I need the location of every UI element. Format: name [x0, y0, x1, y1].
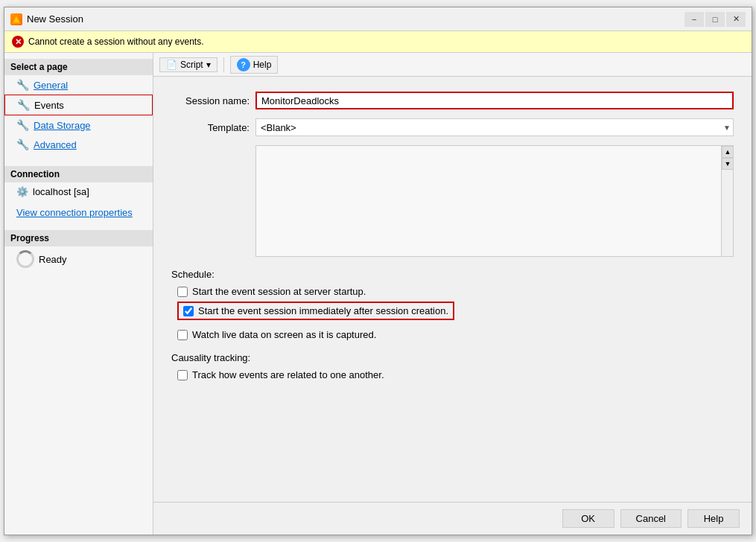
causality-title: Causality tracking:: [171, 352, 734, 363]
sidebar-item-advanced[interactable]: 🔧 Advanced: [4, 135, 153, 154]
scroll-up-btn[interactable]: ▲: [722, 146, 734, 158]
checkbox-immediate-start-label: Start the event session immediately afte…: [198, 305, 448, 316]
progress-title: Progress: [4, 230, 153, 246]
connection-title: Connection: [4, 166, 153, 182]
new-session-window: New Session − □ ✕ ✕ Cannot create a sess…: [4, 7, 752, 535]
checkbox-row-3: Watch live data on screen as it is captu…: [171, 329, 734, 340]
session-name-row: Session name:: [171, 92, 734, 109]
footer: OK Cancel Help: [153, 502, 752, 535]
title-bar-left: New Session: [10, 13, 83, 25]
script-dropdown-arrow: ▾: [206, 60, 211, 70]
main-content: Select a page 🔧 General 🔧 Events 🔧 Data …: [4, 53, 752, 535]
sidebar-item-data-storage-label: Data Storage: [34, 120, 91, 131]
sidebar-item-general[interactable]: 🔧 General: [4, 75, 153, 95]
sidebar: Select a page 🔧 General 🔧 Events 🔧 Data …: [4, 53, 153, 535]
schedule-section: Schedule: Start the event session at ser…: [171, 269, 734, 340]
sidebar-item-events[interactable]: 🔧 Events: [4, 95, 153, 115]
connection-section: Connection ⚙️ localhost [sa]: [4, 166, 153, 201]
script-label: Script: [180, 60, 203, 70]
app-icon: [10, 13, 22, 25]
error-icon: ✕: [12, 36, 24, 48]
view-connection-anchor[interactable]: View connection properties: [16, 207, 133, 218]
causality-section: Causality tracking: Track how events are…: [171, 352, 734, 380]
script-icon: 📄: [166, 60, 177, 70]
footer-help-button[interactable]: Help: [687, 509, 740, 528]
form-area: Session name: Template: <Blank> ▼: [153, 77, 752, 502]
template-select[interactable]: <Blank>: [255, 118, 734, 136]
connection-item: ⚙️ localhost [sa]: [4, 182, 153, 201]
events-scrollbar[interactable]: ▲ ▼: [721, 146, 733, 256]
toolbar-separator: [223, 57, 224, 72]
cancel-button[interactable]: Cancel: [620, 509, 682, 528]
progress-item: Ready: [4, 246, 153, 272]
title-buttons: − □ ✕: [684, 12, 746, 27]
help-button[interactable]: ? Help: [230, 56, 279, 74]
view-connection-link[interactable]: View connection properties: [4, 201, 153, 224]
sidebar-item-general-label: General: [34, 80, 68, 91]
right-panel: 📄 Script ▾ ? Help Session name:: [153, 53, 752, 535]
sidebar-item-events-label: Events: [34, 100, 64, 111]
checkbox-row-2: Start the event session immediately afte…: [177, 302, 454, 320]
checkbox-causality-label: Track how events are related to one anot…: [192, 369, 384, 380]
events-icon: 🔧: [17, 99, 30, 111]
template-label: Template:: [171, 122, 250, 133]
session-name-input[interactable]: [255, 92, 734, 109]
checkbox-server-startup[interactable]: [177, 287, 188, 297]
events-area: ▲ ▼: [255, 145, 734, 257]
error-bar: ✕ Cannot create a session without any ev…: [4, 31, 752, 53]
close-button[interactable]: ✕: [726, 12, 746, 27]
help-icon: ?: [237, 58, 250, 71]
checkbox-server-startup-label: Start the event session at server startu…: [192, 286, 366, 297]
template-select-wrapper: <Blank> ▼: [255, 118, 734, 136]
checkbox-row-2-wrapper: Start the event session immediately afte…: [171, 302, 734, 325]
general-icon: 🔧: [16, 79, 29, 91]
session-name-label: Session name:: [171, 95, 250, 106]
title-bar: New Session − □ ✕: [4, 7, 752, 31]
progress-section: Progress Ready: [4, 230, 153, 272]
scroll-down-btn[interactable]: ▼: [722, 158, 734, 170]
toolbar: 📄 Script ▾ ? Help: [153, 53, 752, 77]
schedule-title: Schedule:: [171, 269, 734, 280]
checkbox-causality[interactable]: [177, 370, 188, 380]
sidebar-item-data-storage[interactable]: 🔧 Data Storage: [4, 115, 153, 135]
server-icon: ⚙️: [16, 186, 28, 197]
select-page-title: Select a page: [4, 59, 153, 75]
select-page-section: Select a page 🔧 General 🔧 Events 🔧 Data …: [4, 59, 153, 154]
checkbox-immediate-start[interactable]: [183, 306, 194, 316]
maximize-button[interactable]: □: [705, 12, 725, 27]
progress-spinner: [16, 250, 34, 268]
advanced-icon: 🔧: [16, 138, 29, 150]
connection-server: localhost [sa]: [33, 186, 89, 197]
minimize-button[interactable]: −: [684, 12, 704, 27]
progress-status: Ready: [39, 254, 67, 265]
error-message: Cannot create a session without any even…: [28, 36, 203, 47]
sidebar-item-advanced-label: Advanced: [34, 139, 77, 150]
template-row: Template: <Blank> ▼: [171, 118, 734, 136]
data-storage-icon: 🔧: [16, 119, 29, 131]
help-label: Help: [253, 60, 272, 70]
checkbox-watch-live[interactable]: [177, 330, 188, 340]
checkbox-watch-live-label: Watch live data on screen as it is captu…: [192, 329, 376, 340]
checkbox-row-1: Start the event session at server startu…: [171, 286, 734, 297]
causality-checkbox-row: Track how events are related to one anot…: [171, 369, 734, 380]
script-button[interactable]: 📄 Script ▾: [159, 57, 217, 72]
ok-button[interactable]: OK: [562, 509, 614, 528]
window-title: New Session: [27, 13, 83, 25]
